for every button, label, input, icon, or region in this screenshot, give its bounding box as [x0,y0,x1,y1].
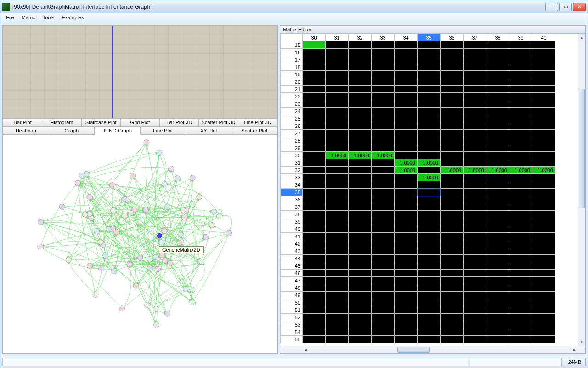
matrix-cell[interactable] [486,277,509,284]
matrix-cell[interactable] [464,93,486,100]
matrix-row-header[interactable]: 35 [281,189,303,196]
matrix-cell[interactable] [532,137,555,144]
matrix-cell[interactable] [509,130,532,137]
matrix-cell[interactable] [486,247,509,255]
matrix-cell[interactable] [372,167,395,174]
matrix-row-header[interactable]: 34 [281,181,303,189]
matrix-cell[interactable] [326,159,349,167]
matrix-cell[interactable] [464,203,486,211]
matrix-col-header[interactable]: 40 [532,34,555,41]
matrix-cell[interactable] [464,225,486,233]
matrix-cell[interactable] [303,255,326,262]
matrix-cell[interactable] [509,78,532,86]
matrix-cell[interactable] [395,100,418,108]
matrix-cell[interactable] [372,137,395,144]
matrix-cell[interactable] [372,49,395,56]
matrix-cell[interactable] [349,93,372,100]
matrix-cell[interactable] [509,299,532,306]
scroll-h-thumb[interactable] [397,347,430,353]
matrix-cell[interactable] [303,284,326,292]
matrix-cell[interactable]: 1.0000 [326,152,349,159]
matrix-cell[interactable] [532,203,555,211]
matrix-cell[interactable] [349,174,372,181]
matrix-row-header[interactable]: 15 [281,41,303,49]
matrix-row-header[interactable]: 45 [281,262,303,270]
matrix-cell[interactable] [418,56,441,63]
matrix-cell[interactable] [486,255,509,262]
matrix-cell[interactable] [532,277,555,284]
matrix-cell[interactable] [509,277,532,284]
matrix-cell[interactable] [441,284,464,292]
tab-staircase-plot[interactable]: Staircase Plot [82,118,121,126]
graph-selected-node[interactable] [157,233,162,238]
matrix-row-header[interactable]: 25 [281,115,303,122]
tab-graph[interactable]: Graph [49,126,95,135]
matrix-cell[interactable] [372,86,395,93]
matrix-cell[interactable] [418,270,441,277]
matrix-row-header[interactable]: 28 [281,137,303,144]
matrix-cell[interactable] [326,71,349,78]
matrix-cell[interactable]: 1.0000 [372,152,395,159]
matrix-cell[interactable] [441,93,464,100]
matrix-cell[interactable] [303,203,326,211]
matrix-cell[interactable] [303,233,326,240]
matrix-cell[interactable] [532,247,555,255]
matrix-cell[interactable] [303,49,326,56]
tab-xy-plot[interactable]: XY Plot [186,126,232,135]
matrix-cell[interactable] [349,49,372,56]
matrix-cell[interactable] [326,233,349,240]
matrix-cell[interactable] [441,277,464,284]
matrix-cell[interactable] [418,336,441,343]
matrix-cell[interactable] [395,108,418,115]
matrix-cell[interactable] [441,41,464,49]
matrix-cell[interactable] [418,108,441,115]
matrix-cell[interactable] [303,189,326,196]
matrix-cell[interactable] [326,247,349,255]
matrix-cell[interactable] [532,314,555,321]
matrix-cell[interactable] [349,122,372,130]
matrix-cell[interactable] [532,292,555,299]
matrix-cell[interactable] [372,63,395,71]
matrix-cell[interactable] [349,218,372,225]
matrix-cell[interactable] [395,137,418,144]
matrix-cell[interactable] [441,314,464,321]
matrix-cell[interactable] [326,115,349,122]
matrix-col-header[interactable]: 39 [509,34,532,41]
matrix-cell[interactable] [509,292,532,299]
matrix-cell[interactable] [418,247,441,255]
matrix-cell[interactable] [441,181,464,189]
matrix-cell[interactable] [464,270,486,277]
matrix-row-header[interactable]: 17 [281,56,303,63]
matrix-cell[interactable] [486,41,509,49]
matrix-cell[interactable] [418,100,441,108]
matrix-cell[interactable] [532,152,555,159]
matrix-cell[interactable] [441,211,464,218]
matrix-col-header[interactable]: 34 [395,34,418,41]
matrix-cell[interactable]: 1.0000 [441,167,464,174]
matrix-cell[interactable] [464,240,486,247]
matrix-cell[interactable] [303,181,326,189]
matrix-col-header[interactable]: 33 [372,34,395,41]
matrix-cell[interactable] [464,189,486,196]
matrix-cell[interactable] [395,93,418,100]
matrix-cell[interactable] [509,240,532,247]
matrix-cell[interactable] [395,292,418,299]
matrix-cell[interactable]: 1.0000 [418,174,441,181]
matrix-cell[interactable] [303,130,326,137]
matrix-cell[interactable] [509,225,532,233]
matrix-cell[interactable] [441,262,464,270]
matrix-cell[interactable] [326,144,349,152]
matrix-cell[interactable] [326,122,349,130]
matrix-cell[interactable] [418,314,441,321]
matrix-cell[interactable] [326,49,349,56]
matrix-cell[interactable] [441,71,464,78]
matrix-cell[interactable] [486,299,509,306]
matrix-cell[interactable] [509,314,532,321]
matrix-cell[interactable] [395,255,418,262]
matrix-col-header[interactable]: 37 [464,34,486,41]
matrix-row-header[interactable]: 42 [281,240,303,247]
matrix-cell[interactable] [303,247,326,255]
tab-heatmap[interactable]: Heatmap [3,126,49,135]
matrix-cell[interactable] [303,100,326,108]
matrix-cell[interactable] [486,86,509,93]
